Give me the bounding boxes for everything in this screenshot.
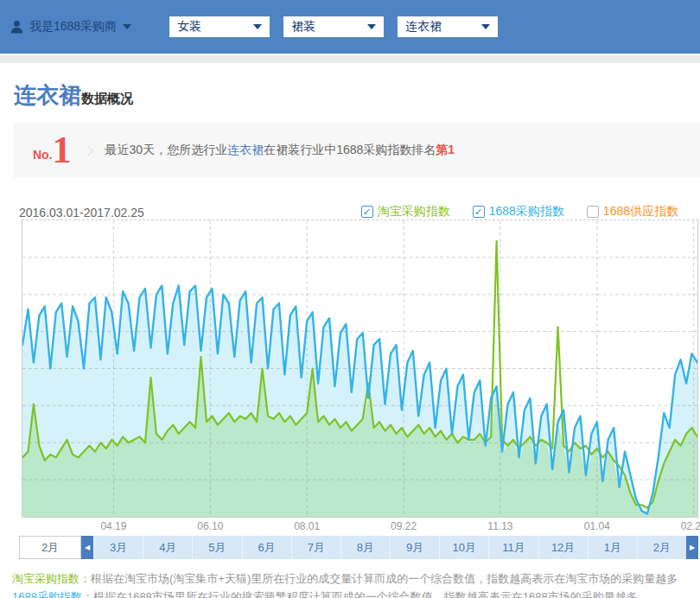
month-tab-2[interactable]: 4月 (143, 536, 192, 559)
rank-badge: No. 1 (33, 133, 72, 168)
month-tab-active[interactable]: 2月 (19, 536, 81, 559)
chart-header: 2016.03.01-2017.02.25 ✓淘宝采购指数✓1688采购指数16… (19, 200, 678, 219)
x-tick-label-11.13: 11.13 (487, 520, 512, 532)
month-tab-8[interactable]: 10月 (439, 536, 488, 559)
legend-item-2[interactable]: 1688供应指数 (587, 204, 678, 219)
category-select-level2[interactable]: 裙装 (283, 16, 384, 37)
footnotes: 淘宝采购指数：根据在淘宝市场(淘宝集市+天猫)里所在行业的成交量计算而成的一个综… (12, 569, 700, 598)
page-title-suffix: 数据概况 (81, 91, 133, 105)
month-tab-1[interactable]: 3月 (93, 536, 143, 559)
footnote-1688: 1688采购指数：根据在1688市场里所在行业的搜索频繁程度计算而成的一个综合数… (12, 588, 700, 598)
month-tab-3[interactable]: 5月 (192, 536, 241, 559)
user-label: 我是1688采购商 (29, 19, 117, 35)
x-tick-label-04.19: 04.19 (100, 520, 126, 532)
footnote-taobao-text: 根据在淘宝市场(淘宝集市+天猫)里所在行业的成交量计算而成的一个综合数值，指数越… (91, 572, 678, 585)
footnote-taobao: 淘宝采购指数：根据在淘宝市场(淘宝集市+天猫)里所在行业的成交量计算而成的一个综… (12, 569, 700, 588)
month-tab-4[interactable]: 6月 (242, 536, 291, 559)
chart-legend: ✓淘宝采购指数✓1688采购指数1688供应指数 (361, 204, 678, 219)
month-tab-6[interactable]: 8月 (340, 536, 390, 559)
x-tick-label-01.04: 01.04 (584, 520, 610, 532)
scroll-left-icon[interactable]: ◀ (81, 536, 93, 559)
page-title: 连衣裙数据概况 (14, 80, 700, 111)
x-tick-label-06.10: 06.10 (197, 520, 223, 532)
caret-down-icon (367, 24, 376, 29)
user-icon (10, 20, 23, 34)
scroll-right-icon[interactable]: ▶ (686, 536, 698, 559)
month-tab-10[interactable]: 12月 (538, 536, 588, 559)
month-tab-12[interactable]: 2月 (637, 536, 686, 559)
footnote-taobao-label: 淘宝采购指数： (12, 572, 91, 585)
x-axis-labels: 04.1906.1008.0109.2211.1301.0402.25 (22, 518, 698, 535)
top-header: 我是1688采购商 女装 裙装 连衣裙 (0, 0, 700, 54)
chart-canvas (22, 220, 697, 517)
page-title-keyword: 连衣裙 (14, 82, 81, 108)
rank-text: 最近30天，您所选行业连衣裙在裙装行业中1688采购指数排名第1 (105, 143, 455, 158)
chevron-right-icon (82, 145, 93, 156)
legend-item-label: 1688供应指数 (603, 204, 678, 219)
month-tab-11[interactable]: 1月 (588, 536, 637, 559)
header-divider (0, 55, 700, 63)
month-tab-9[interactable]: 11月 (488, 536, 538, 559)
rank-text-rank: 第1 (436, 143, 455, 156)
user-menu[interactable]: 我是1688采购商 (10, 19, 131, 35)
footnote-1688-text: 根据在1688市场里所在行业的搜索频繁程度计算而成的一个综合数值，指数越高表示在… (93, 590, 638, 598)
category-select-level2-value: 裙装 (291, 19, 315, 35)
checkbox-checked-icon[interactable]: ✓ (361, 206, 373, 218)
x-tick-label-02.25: 02.25 (681, 520, 700, 532)
category-select-level1-value: 女装 (177, 19, 201, 35)
caret-down-icon (253, 24, 262, 29)
footnote-1688-label: 1688采购指数： (12, 590, 93, 598)
checkbox-checked-icon[interactable]: ✓ (473, 206, 485, 218)
rank-banner: No. 1 最近30天，您所选行业连衣裙在裙装行业中1688采购指数排名第1 (14, 123, 700, 178)
caret-down-icon (123, 24, 131, 29)
x-tick-label-09.22: 09.22 (391, 520, 417, 532)
chart-plot (22, 219, 698, 518)
month-selector: 2月 ◀ 3月4月5月6月7月8月9月10月11月12月1月2月▶ (19, 536, 698, 559)
rank-text-middle: 在裙装行业中1688采购指数排名 (264, 143, 436, 156)
checkbox-unchecked-icon[interactable] (587, 206, 599, 218)
x-tick-label-08.01: 08.01 (294, 520, 320, 532)
month-tab-5[interactable]: 7月 (291, 536, 340, 559)
caret-down-icon (481, 24, 490, 29)
legend-item-0[interactable]: ✓淘宝采购指数 (361, 204, 450, 219)
rank-text-keyword: 连衣裙 (227, 143, 264, 156)
month-tab-7[interactable]: 9月 (390, 536, 439, 559)
rank-no-label: No. (33, 148, 53, 168)
date-range-label: 2016.03.01-2017.02.25 (19, 206, 144, 219)
rank-number: 1 (53, 133, 72, 168)
legend-item-label: 1688采购指数 (489, 204, 564, 219)
legend-item-1[interactable]: ✓1688采购指数 (473, 204, 564, 219)
rank-text-before: 最近30天，您所选行业 (105, 143, 228, 156)
legend-item-label: 淘宝采购指数 (378, 204, 450, 219)
category-select-level3[interactable]: 连衣裙 (398, 16, 498, 37)
category-select-level3-value: 连衣裙 (405, 19, 442, 35)
category-select-level1[interactable]: 女装 (169, 16, 270, 37)
